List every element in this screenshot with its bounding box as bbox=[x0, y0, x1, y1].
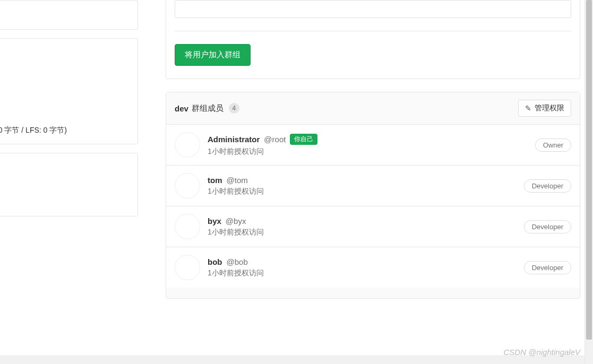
sidebar: s: 0 字节 / LFS: 0 字节) bbox=[0, 0, 144, 364]
member-handle[interactable]: @byx bbox=[226, 216, 246, 226]
member-row: tom@tom1小时前授权访问Developer bbox=[166, 166, 580, 206]
sidebar-box bbox=[0, 153, 138, 216]
avatar[interactable] bbox=[175, 132, 200, 158]
avatar[interactable] bbox=[175, 214, 200, 239]
member-access-time: 1小时前授权访问 bbox=[208, 228, 524, 237]
horizontal-scrollbar[interactable] bbox=[0, 356, 585, 364]
member-access-time: 1小时前授权访问 bbox=[208, 147, 535, 157]
member-access-time: 1小时前授权访问 bbox=[208, 268, 524, 278]
divider bbox=[175, 31, 571, 31]
member-handle[interactable]: @bob bbox=[227, 257, 248, 266]
role-badge: Developer bbox=[524, 179, 571, 193]
add-user-form-panel: 将用户加入群组 bbox=[166, 0, 580, 79]
member-handle[interactable]: @tom bbox=[227, 176, 248, 185]
member-name-line: bob@bob bbox=[208, 257, 524, 266]
member-name-line: Administrator@root你自己 bbox=[208, 134, 535, 145]
storage-text: s: 0 字节 / LFS: 0 字节) bbox=[0, 126, 67, 135]
role-badge: Owner bbox=[535, 138, 571, 152]
member-handle[interactable]: @root bbox=[264, 135, 286, 144]
member-name[interactable]: tom bbox=[208, 176, 222, 185]
pencil-icon bbox=[525, 104, 531, 112]
manage-permissions-button[interactable]: 管理权限 bbox=[518, 100, 571, 117]
members-list: Administrator@root你自己1小时前授权访问Ownertom@to… bbox=[166, 125, 580, 288]
member-row: byx@byx1小时前授权访问Developer bbox=[166, 206, 580, 247]
member-row: bob@bob1小时前授权访问Developer bbox=[166, 247, 580, 288]
members-panel: dev 群组成员 4 管理权限 Administrator@root你自己1小时… bbox=[166, 92, 580, 299]
member-name[interactable]: byx bbox=[208, 216, 221, 226]
member-access-time: 1小时前授权访问 bbox=[208, 187, 524, 196]
members-count-badge: 4 bbox=[229, 103, 239, 114]
add-user-button[interactable]: 将用户加入群组 bbox=[175, 44, 251, 66]
sidebar-box bbox=[0, 0, 138, 30]
avatar[interactable] bbox=[175, 173, 200, 198]
main-content: 将用户加入群组 dev 群组成员 4 管理权限 Administrator@ro… bbox=[144, 0, 593, 364]
self-badge: 你自己 bbox=[290, 134, 317, 145]
members-title: dev 群组成员 4 bbox=[175, 103, 239, 114]
scrollbar-thumb[interactable] bbox=[586, 0, 592, 340]
role-badge: Developer bbox=[524, 261, 571, 274]
member-name-line: tom@tom bbox=[208, 176, 524, 185]
role-badge: Developer bbox=[524, 220, 571, 233]
sidebar-storage-box: s: 0 字节 / LFS: 0 字节) bbox=[0, 38, 138, 144]
member-name[interactable]: bob bbox=[208, 257, 222, 266]
members-title-suffix: 群组成员 bbox=[192, 103, 224, 114]
manage-permissions-label: 管理权限 bbox=[535, 103, 564, 113]
members-header: dev 群组成员 4 管理权限 bbox=[166, 92, 580, 125]
add-user-input[interactable] bbox=[175, 0, 571, 18]
member-info: byx@byx1小时前授权访问 bbox=[208, 216, 524, 237]
avatar[interactable] bbox=[175, 255, 200, 280]
group-name: dev bbox=[175, 104, 188, 113]
member-row: Administrator@root你自己1小时前授权访问Owner bbox=[166, 125, 580, 166]
member-info: bob@bob1小时前授权访问 bbox=[208, 257, 524, 278]
vertical-scrollbar[interactable] bbox=[585, 0, 593, 364]
member-info: Administrator@root你自己1小时前授权访问 bbox=[208, 134, 535, 157]
member-info: tom@tom1小时前授权访问 bbox=[208, 176, 524, 196]
members-panel-footer bbox=[166, 288, 580, 298]
member-name[interactable]: Administrator bbox=[208, 135, 260, 144]
member-name-line: byx@byx bbox=[208, 216, 524, 226]
